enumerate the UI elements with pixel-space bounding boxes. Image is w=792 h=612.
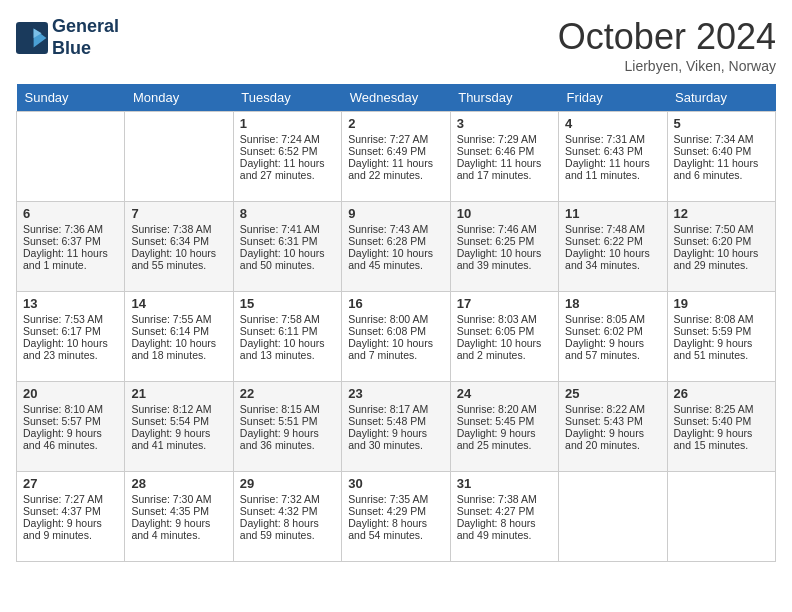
day-info-line: Daylight: 10 hours	[240, 247, 335, 259]
day-info-line: Sunset: 6:17 PM	[23, 325, 118, 337]
day-info-line: Sunset: 6:37 PM	[23, 235, 118, 247]
calendar-cell: 17Sunrise: 8:03 AMSunset: 6:05 PMDayligh…	[450, 292, 558, 382]
calendar-cell: 7Sunrise: 7:38 AMSunset: 6:34 PMDaylight…	[125, 202, 233, 292]
day-info-line: Daylight: 11 hours	[674, 157, 769, 169]
day-info-line: and 57 minutes.	[565, 349, 660, 361]
calendar-cell	[17, 112, 125, 202]
day-info-line: and 51 minutes.	[674, 349, 769, 361]
day-info-line: Sunrise: 8:15 AM	[240, 403, 335, 415]
day-number: 23	[348, 386, 443, 401]
day-info-line: Daylight: 10 hours	[457, 337, 552, 349]
logo-line1: General	[52, 16, 119, 36]
day-info-line: Sunset: 6:05 PM	[457, 325, 552, 337]
day-info-line: Daylight: 9 hours	[674, 337, 769, 349]
calendar-cell: 10Sunrise: 7:46 AMSunset: 6:25 PMDayligh…	[450, 202, 558, 292]
day-number: 1	[240, 116, 335, 131]
day-number: 25	[565, 386, 660, 401]
calendar-cell: 5Sunrise: 7:34 AMSunset: 6:40 PMDaylight…	[667, 112, 775, 202]
day-info-line: Sunset: 6:14 PM	[131, 325, 226, 337]
day-info-line: Sunrise: 7:50 AM	[674, 223, 769, 235]
day-info-line: and 9 minutes.	[23, 529, 118, 541]
day-number: 29	[240, 476, 335, 491]
day-info-line: Daylight: 10 hours	[348, 247, 443, 259]
page-header: General Blue October 2024 Lierbyen, Vike…	[16, 16, 776, 74]
day-info-line: and 22 minutes.	[348, 169, 443, 181]
calendar-cell: 27Sunrise: 7:27 AMSunset: 4:37 PMDayligh…	[17, 472, 125, 562]
day-number: 22	[240, 386, 335, 401]
day-info-line: and 30 minutes.	[348, 439, 443, 451]
day-info-line: and 59 minutes.	[240, 529, 335, 541]
day-info-line: and 17 minutes.	[457, 169, 552, 181]
calendar-cell: 22Sunrise: 8:15 AMSunset: 5:51 PMDayligh…	[233, 382, 341, 472]
logo-icon	[16, 22, 48, 54]
day-number: 4	[565, 116, 660, 131]
day-info-line: Sunset: 5:48 PM	[348, 415, 443, 427]
day-info-line: Sunrise: 7:38 AM	[457, 493, 552, 505]
day-info-line: and 2 minutes.	[457, 349, 552, 361]
day-info-line: Sunset: 6:02 PM	[565, 325, 660, 337]
day-info-line: Sunset: 6:31 PM	[240, 235, 335, 247]
day-info-line: Sunrise: 8:17 AM	[348, 403, 443, 415]
logo-text: General Blue	[52, 16, 119, 59]
day-info-line: Sunset: 5:45 PM	[457, 415, 552, 427]
day-info-line: and 18 minutes.	[131, 349, 226, 361]
calendar-cell: 28Sunrise: 7:30 AMSunset: 4:35 PMDayligh…	[125, 472, 233, 562]
day-info-line: Daylight: 10 hours	[674, 247, 769, 259]
day-info-line: Daylight: 10 hours	[240, 337, 335, 349]
day-info-line: Sunset: 5:54 PM	[131, 415, 226, 427]
day-info-line: Daylight: 9 hours	[457, 427, 552, 439]
day-info-line: Sunset: 4:37 PM	[23, 505, 118, 517]
day-info-line: Sunrise: 7:36 AM	[23, 223, 118, 235]
day-info-line: Sunrise: 7:27 AM	[348, 133, 443, 145]
day-info-line: Daylight: 9 hours	[348, 427, 443, 439]
day-info-line: Sunset: 6:22 PM	[565, 235, 660, 247]
day-info-line: Daylight: 10 hours	[565, 247, 660, 259]
calendar-cell: 6Sunrise: 7:36 AMSunset: 6:37 PMDaylight…	[17, 202, 125, 292]
day-info-line: Sunset: 6:43 PM	[565, 145, 660, 157]
day-info-line: Sunrise: 7:34 AM	[674, 133, 769, 145]
calendar-cell: 18Sunrise: 8:05 AMSunset: 6:02 PMDayligh…	[559, 292, 667, 382]
weekday-header-sunday: Sunday	[17, 84, 125, 112]
day-info-line: and 49 minutes.	[457, 529, 552, 541]
day-info-line: and 6 minutes.	[674, 169, 769, 181]
day-info-line: Sunrise: 8:08 AM	[674, 313, 769, 325]
day-info-line: Sunset: 6:34 PM	[131, 235, 226, 247]
calendar-week-row: 20Sunrise: 8:10 AMSunset: 5:57 PMDayligh…	[17, 382, 776, 472]
day-info-line: Sunrise: 7:35 AM	[348, 493, 443, 505]
day-info-line: Daylight: 9 hours	[23, 427, 118, 439]
day-info-line: Daylight: 10 hours	[457, 247, 552, 259]
calendar-week-row: 1Sunrise: 7:24 AMSunset: 6:52 PMDaylight…	[17, 112, 776, 202]
day-info-line: Daylight: 9 hours	[131, 517, 226, 529]
day-info-line: Sunrise: 7:55 AM	[131, 313, 226, 325]
day-info-line: Daylight: 8 hours	[457, 517, 552, 529]
day-info-line: Daylight: 9 hours	[131, 427, 226, 439]
day-info-line: Sunset: 4:35 PM	[131, 505, 226, 517]
day-number: 26	[674, 386, 769, 401]
calendar-cell: 13Sunrise: 7:53 AMSunset: 6:17 PMDayligh…	[17, 292, 125, 382]
day-info-line: Sunrise: 7:41 AM	[240, 223, 335, 235]
day-info-line: Sunset: 6:49 PM	[348, 145, 443, 157]
calendar-cell: 31Sunrise: 7:38 AMSunset: 4:27 PMDayligh…	[450, 472, 558, 562]
weekday-header-wednesday: Wednesday	[342, 84, 450, 112]
calendar-cell: 11Sunrise: 7:48 AMSunset: 6:22 PMDayligh…	[559, 202, 667, 292]
calendar-cell: 15Sunrise: 7:58 AMSunset: 6:11 PMDayligh…	[233, 292, 341, 382]
day-info-line: Sunrise: 7:58 AM	[240, 313, 335, 325]
day-info-line: Sunset: 6:11 PM	[240, 325, 335, 337]
day-info-line: Sunset: 6:52 PM	[240, 145, 335, 157]
day-info-line: Sunrise: 8:03 AM	[457, 313, 552, 325]
day-info-line: Sunset: 4:27 PM	[457, 505, 552, 517]
calendar-week-row: 6Sunrise: 7:36 AMSunset: 6:37 PMDaylight…	[17, 202, 776, 292]
day-info-line: and 45 minutes.	[348, 259, 443, 271]
day-info-line: Sunrise: 8:22 AM	[565, 403, 660, 415]
day-number: 14	[131, 296, 226, 311]
day-number: 8	[240, 206, 335, 221]
day-info-line: Sunset: 5:59 PM	[674, 325, 769, 337]
day-info-line: Daylight: 11 hours	[565, 157, 660, 169]
day-info-line: Sunrise: 7:27 AM	[23, 493, 118, 505]
day-number: 20	[23, 386, 118, 401]
day-info-line: and 27 minutes.	[240, 169, 335, 181]
day-info-line: Sunset: 6:28 PM	[348, 235, 443, 247]
day-info-line: Sunrise: 7:30 AM	[131, 493, 226, 505]
day-info-line: Sunrise: 7:48 AM	[565, 223, 660, 235]
day-number: 10	[457, 206, 552, 221]
